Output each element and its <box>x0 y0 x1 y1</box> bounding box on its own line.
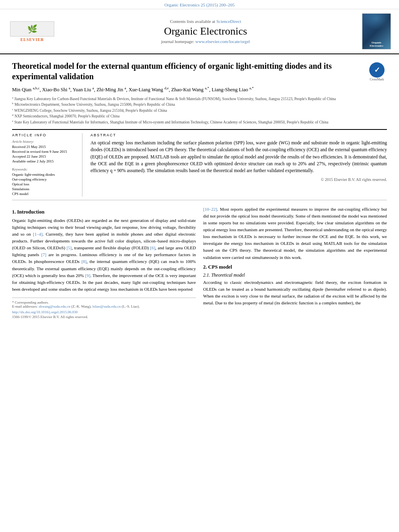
journal-cover-area: OrganicElectronics <box>351 13 391 49</box>
affiliations: a Jiangsu Key Laboratory for Carbon-Base… <box>12 96 387 125</box>
ref-8-link[interactable]: [8] <box>81 259 86 264</box>
history-label: Article history: <box>12 140 77 144</box>
article-content: Theoretical model for the external quant… <box>0 54 399 323</box>
email-note: E-mail addresses: zkwang@suda.edu.cn (Z.… <box>12 304 196 308</box>
article-title-row: Theoretical model for the external quant… <box>12 61 387 82</box>
keyword-2: Out-coupling efficiency <box>12 177 77 181</box>
section1-paragraph2: [10–22]. Most reports applied the experi… <box>203 206 387 261</box>
affiliation-d: d NXP Semiconductors, Shanghai 200070, P… <box>12 113 387 119</box>
journal-title-area: Contents lists available at ScienceDirec… <box>60 19 351 44</box>
authors-line: Min Qian a,b,c, Xiao-Bo Shi a, Yuan Liu … <box>12 86 387 94</box>
journal-homepage: journal homepage: www.elsevier.com/locat… <box>60 39 351 44</box>
science-direct-line: Contents lists available at ScienceDirec… <box>60 19 351 24</box>
ref-9-link[interactable]: [9] <box>85 273 90 278</box>
cover-label: OrganicElectronics <box>370 41 383 47</box>
abstract-column: ABSTRACT An optical energy loss mechanis… <box>90 133 387 197</box>
science-direct-text: ScienceDirect <box>216 19 241 24</box>
abstract-text: An optical energy loss mechanism includi… <box>90 140 387 174</box>
journal-header: 🌿 ELSEVIER Contents lists available at S… <box>0 9 399 54</box>
email-label: E-mail addresses: <box>12 304 38 308</box>
authors-text: Min Qian a,b,c, Xiao-Bo Shi a, Yuan Liu … <box>12 87 254 92</box>
email2: lsliao@suda.edu.cn <box>93 304 121 308</box>
keywords-label: Keywords: <box>12 167 77 171</box>
affiliation-c: c WENGZHENG College, Soochow University,… <box>12 108 387 113</box>
affiliation-a: a Jiangsu Key Laboratory for Carbon-Base… <box>12 96 387 102</box>
elsevier-tree-icon: 🌿 <box>27 24 37 34</box>
ref-6-link[interactable]: [6] <box>150 245 155 250</box>
section2-paragraph1: According to classic electrodynamics and… <box>203 279 387 306</box>
available-date: Available online 2 July 2015 <box>12 159 77 163</box>
section2-heading: 2. CPS model <box>203 264 387 270</box>
article-info-label: ARTICLE INFO <box>12 133 77 137</box>
body-right-column: [10–22]. Most reports applied the experi… <box>203 206 387 319</box>
affiliation-e: e State Key Laboratory of Functional Mat… <box>12 119 387 125</box>
doi-line[interactable]: http://dx.doi.org/10.1016/j.orgel.2015.0… <box>12 310 196 314</box>
homepage-url: www.elsevier.com/locate/orgel <box>195 39 250 44</box>
header-divider <box>12 129 387 130</box>
homepage-label: journal homepage: <box>161 39 194 44</box>
info-abstract-section: ARTICLE INFO Article history: Received 2… <box>12 133 387 197</box>
body-left-column: 1. Introduction Organic light-emitting d… <box>12 206 196 319</box>
science-direct-link[interactable]: ScienceDirect <box>216 19 241 24</box>
homepage-link[interactable]: www.elsevier.com/locate/orgel <box>195 39 250 44</box>
crossmark-label: CrossMark <box>370 78 384 81</box>
ref-5-link[interactable]: [5] <box>66 245 72 250</box>
body-two-column: 1. Introduction Organic light-emitting d… <box>12 206 387 319</box>
crossmark-badge[interactable]: ✓ CrossMark <box>367 62 387 81</box>
email1: zkwang@suda.edu.cn <box>39 304 70 308</box>
footnote-area: * Corresponding authors. E-mail addresse… <box>12 298 196 319</box>
elsevier-image: 🌿 <box>10 21 54 37</box>
issn-line: 1566-1199/© 2015 Elsevier B.V. All right… <box>12 315 196 319</box>
email2-name: (L.-S. Liao). <box>121 304 140 308</box>
section-divider <box>12 200 387 200</box>
ref-10-22-link[interactable]: [10–22] <box>203 207 217 212</box>
journal-title: Organic Electronics <box>60 25 351 37</box>
email2-link[interactable]: lsliao@suda.edu.cn <box>93 304 121 308</box>
journal-cover-image: OrganicElectronics <box>362 13 391 49</box>
keyword-4: Simulations <box>12 187 77 191</box>
journal-citation: Organic Electronics 25 (2015) 200–205 <box>165 2 235 7</box>
corresponding-note: * Corresponding authors. <box>12 300 196 304</box>
section2-subheading: 2.1. Theoretical model <box>203 273 387 277</box>
contents-label: Contents lists available at <box>170 19 215 24</box>
elsevier-label: ELSEVIER <box>21 37 44 42</box>
email1-name: (Z.-K. Wang), <box>71 304 92 308</box>
accepted-date: Accepted 22 June 2015 <box>12 154 77 158</box>
ref-7-link[interactable]: [7] <box>41 252 46 257</box>
top-journal-line: Organic Electronics 25 (2015) 200–205 <box>0 0 399 9</box>
section1-paragraph1: Organic light-emitting diodes (OLEDs) ar… <box>12 217 196 293</box>
article-title: Theoretical model for the external quant… <box>12 61 363 82</box>
affiliation-b: b Microelectronics Department, Soochow U… <box>12 102 387 107</box>
abstract-label: ABSTRACT <box>90 133 387 137</box>
keyword-3: Optical loss <box>12 182 77 186</box>
publisher-logo-area: 🌿 ELSEVIER <box>8 19 60 43</box>
article-info-column: ARTICLE INFO Article history: Received 2… <box>12 133 82 197</box>
section1-heading: 1. Introduction <box>12 209 196 215</box>
ref-1-4-link[interactable]: [1–4] <box>33 232 43 236</box>
elsevier-logo: 🌿 ELSEVIER <box>8 19 56 43</box>
email1-link[interactable]: zkwang@suda.edu.cn <box>39 304 70 308</box>
crossmark-icon: ✓ <box>369 62 385 78</box>
keyword-5: CPS model <box>12 192 77 196</box>
copyright-line: © 2015 Elsevier B.V. All rights reserved… <box>90 177 387 182</box>
received-date: Received 21 May 2015 <box>12 145 77 149</box>
keyword-1: Organic light-emitting diodes <box>12 173 77 177</box>
received-revised-date: Received in revised form 9 June 2015 <box>12 150 77 154</box>
